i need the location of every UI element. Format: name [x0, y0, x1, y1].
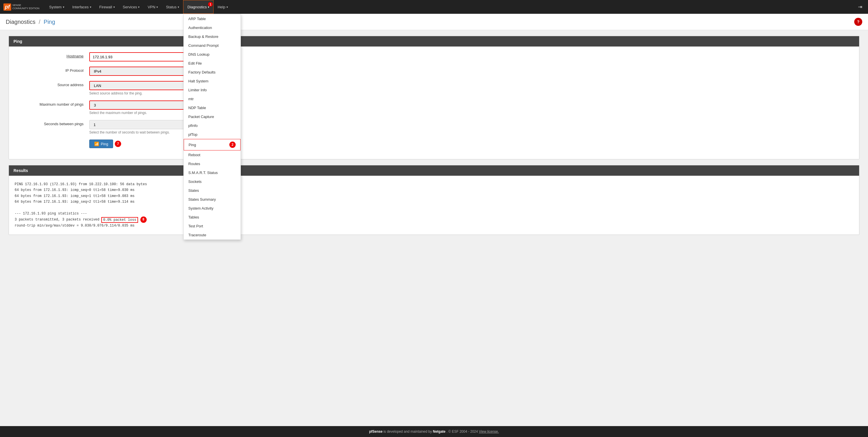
- menu-ndp-table[interactable]: NDP Table: [184, 103, 241, 112]
- ping-submit-button[interactable]: 📶 Ping: [89, 139, 113, 148]
- vpn-caret-icon: ▾: [156, 5, 158, 9]
- submit-badge: 7: [115, 141, 121, 147]
- menu-reboot[interactable]: Reboot: [184, 151, 241, 159]
- menu-ping[interactable]: Ping 2: [184, 139, 241, 151]
- nav-item-firewall[interactable]: Firewall ▾: [95, 0, 119, 14]
- diagnostics-badge: 1: [208, 2, 213, 7]
- menu-arp-table[interactable]: ARP Table: [184, 14, 241, 23]
- nav-item-help[interactable]: Help ▾: [214, 0, 232, 14]
- wifi-icon: 📶: [94, 142, 99, 146]
- menu-backup-restore[interactable]: Backup & Restore: [184, 32, 241, 41]
- breadcrumb-separator: /: [39, 19, 40, 25]
- menu-smart-status[interactable]: S.M.A.R.T. Status: [184, 168, 241, 177]
- breadcrumb-current[interactable]: Ping: [43, 19, 55, 25]
- menu-packet-capture[interactable]: Packet Capture: [184, 112, 241, 121]
- ping-menu-badge: 2: [229, 142, 236, 148]
- footer-netgate: Netgate: [433, 430, 445, 434]
- status-caret-icon: ▾: [178, 5, 179, 9]
- menu-authentication[interactable]: Authentication: [184, 23, 241, 32]
- menu-traceroute[interactable]: Traceroute: [184, 230, 241, 240]
- brand: pf SenseCOMMUNITY EDITION: [3, 3, 39, 11]
- logout-icon[interactable]: ⇥: [856, 4, 865, 10]
- breadcrumb: Diagnostics / Ping: [6, 19, 55, 25]
- results-panel-heading: Results: [9, 165, 859, 176]
- max-pings-group: Maximum number of pings 3 1 5 10 6 Selec…: [14, 100, 854, 115]
- packet-loss-value: 0.0% packet loss: [101, 217, 138, 223]
- menu-tables[interactable]: Tables: [184, 213, 241, 222]
- menu-command-prompt[interactable]: Command Prompt: [184, 41, 241, 50]
- navbar: pf SenseCOMMUNITY EDITION System ▾ Inter…: [0, 0, 868, 14]
- diagnostics-dropdown: ARP Table Authentication Backup & Restor…: [183, 14, 241, 240]
- menu-system-activity[interactable]: System Activity: [184, 204, 241, 213]
- hostname-group: Hostname 3: [14, 52, 854, 61]
- interfaces-caret-icon: ▾: [90, 5, 91, 9]
- results-output: PING 172.16.1.93 (172.16.1.93) from 10.2…: [14, 182, 854, 229]
- footer: pfSense is developed and maintained by N…: [0, 426, 868, 437]
- system-caret-icon: ▾: [63, 5, 64, 9]
- menu-pftop[interactable]: pfTop: [184, 130, 241, 139]
- firewall-caret-icon: ▾: [113, 5, 115, 9]
- menu-mtr[interactable]: mtr: [184, 94, 241, 103]
- menu-test-port[interactable]: Test Port: [184, 222, 241, 230]
- help-caret-icon: ▾: [226, 5, 228, 9]
- nav-item-vpn[interactable]: VPN ▾: [144, 0, 162, 14]
- hostname-label: Hostname: [14, 52, 89, 58]
- submit-group: 📶 Ping 7: [14, 139, 854, 148]
- main-content: Ping Hostname 3 IP Protocol: [0, 30, 868, 426]
- brand-text: SenseCOMMUNITY EDITION: [12, 4, 39, 10]
- seconds-group: Seconds between pings 1 2 5 Select the n…: [14, 120, 854, 134]
- ping-panel-heading: Ping: [9, 36, 859, 46]
- seconds-label: Seconds between pings: [14, 120, 89, 126]
- footer-brand: pfSense: [369, 430, 383, 434]
- menu-routes[interactable]: Routes: [184, 159, 241, 168]
- nav-item-diagnostics[interactable]: Diagnostics ▾ 1 ARP Table Authentication…: [183, 0, 214, 14]
- results-panel-body: PING 172.16.1.93 (172.16.1.93) from 10.2…: [9, 176, 859, 235]
- breadcrumb-parent[interactable]: Diagnostics: [6, 19, 35, 25]
- menu-pfinfo[interactable]: pfInfo: [184, 121, 241, 130]
- ip-protocol-group: IP Protocol IPv4 IPv6 4: [14, 67, 854, 76]
- brand-logo: pf: [3, 3, 11, 11]
- nav-item-services[interactable]: Services ▾: [119, 0, 144, 14]
- ping-panel: Ping Hostname 3 IP Protocol: [9, 36, 859, 159]
- menu-halt-system[interactable]: Halt System: [184, 77, 241, 86]
- menu-limiter-info[interactable]: Limiter Info: [184, 86, 241, 94]
- packet-loss-badge: 8: [141, 217, 147, 223]
- footer-license-link[interactable]: View license.: [479, 430, 499, 434]
- ip-protocol-label: IP Protocol: [14, 67, 89, 73]
- menu-dns-lookup[interactable]: DNS Lookup: [184, 50, 241, 59]
- nav-item-system[interactable]: System ▾: [45, 0, 68, 14]
- menu-states-summary[interactable]: States Summary: [184, 195, 241, 204]
- footer-text: pfSense is developed and maintained by N…: [369, 430, 499, 434]
- menu-edit-file[interactable]: Edit File: [184, 59, 241, 68]
- nav-items: System ▾ Interfaces ▾ Firewall ▾ Service…: [45, 0, 856, 14]
- services-caret-icon: ▾: [138, 5, 140, 9]
- nav-item-interfaces[interactable]: Interfaces ▾: [68, 0, 95, 14]
- max-pings-label: Maximum number of pings: [14, 100, 89, 106]
- source-address-label: Source address: [14, 81, 89, 87]
- menu-sockets[interactable]: Sockets: [184, 177, 241, 186]
- source-address-group: Source address LAN 5 Select source addre…: [14, 81, 854, 95]
- menu-states[interactable]: States: [184, 186, 241, 195]
- ping-panel-body: Hostname 3 IP Protocol IPv4: [9, 46, 859, 159]
- help-button[interactable]: ?: [854, 18, 862, 26]
- nav-item-status[interactable]: Status ▾: [162, 0, 183, 14]
- menu-factory-defaults[interactable]: Factory Defaults: [184, 68, 241, 77]
- results-panel: Results PING 172.16.1.93 (172.16.1.93) f…: [9, 165, 859, 235]
- breadcrumb-bar: Diagnostics / Ping ?: [0, 14, 868, 30]
